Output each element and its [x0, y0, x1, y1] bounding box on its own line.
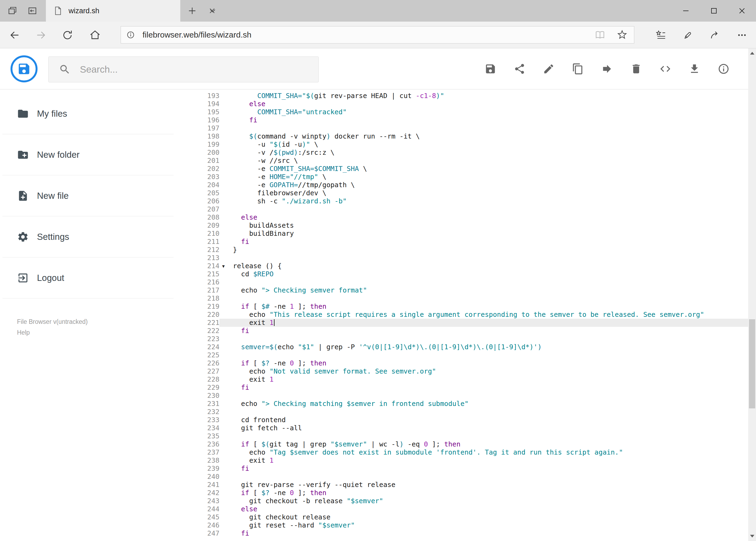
share-icon[interactable]: [514, 63, 526, 75]
forward-icon[interactable]: [35, 29, 47, 41]
code-line-243[interactable]: 243 git checkout -b release "$semver": [173, 497, 748, 505]
sidebar-item-my-files[interactable]: My files: [2, 93, 173, 134]
code-line-230[interactable]: 230: [173, 392, 748, 400]
code-line-236[interactable]: 236 if [ $(git tag | grep "$semver" | wc…: [173, 440, 748, 448]
save-icon[interactable]: [484, 63, 496, 75]
code-line-198[interactable]: 198 $(command -v winpty) docker run --rm…: [173, 132, 748, 141]
info-icon[interactable]: [718, 63, 730, 75]
set-tabs-aside-icon[interactable]: [5, 0, 20, 22]
code-line-202[interactable]: 202 -e COMMIT_SHA=$COMMIT_SHA \: [173, 165, 748, 173]
help-link[interactable]: Help: [17, 329, 88, 336]
raw-code-icon[interactable]: [659, 63, 671, 75]
code-line-200[interactable]: 200 -v /$(pwd):/src:z \: [173, 149, 748, 157]
close-window-button[interactable]: [728, 0, 756, 22]
code-line-240[interactable]: 240: [173, 473, 748, 481]
code-line-228[interactable]: 228 exit 1: [173, 375, 748, 383]
code-line-210[interactable]: 210 buildBinary: [173, 230, 748, 238]
code-line-203[interactable]: 203 -e HOME="//tmp" \: [173, 173, 748, 181]
code-line-235[interactable]: 235: [173, 432, 748, 440]
code-line-239[interactable]: 239 fi: [173, 465, 748, 473]
code-text: git fetch --all: [233, 424, 302, 432]
copy-icon[interactable]: [572, 63, 584, 75]
code-line-233[interactable]: 233 cd frontend: [173, 416, 748, 424]
maximize-button[interactable]: [700, 0, 728, 22]
code-line-215[interactable]: 215 cd $REPO: [173, 270, 748, 278]
code-line-209[interactable]: 209 buildAssets: [173, 222, 748, 230]
web-note-pen-icon[interactable]: [682, 29, 694, 41]
code-line-242[interactable]: 242 if [ $? -ne 0 ]; then: [173, 489, 748, 497]
search-box[interactable]: [48, 56, 319, 82]
code-line-238[interactable]: 238 exit 1: [173, 456, 748, 465]
code-line-218[interactable]: 218: [173, 294, 748, 302]
reading-view-icon[interactable]: [594, 29, 606, 41]
code-line-234[interactable]: 234 git fetch --all: [173, 424, 748, 432]
code-line-231[interactable]: 231 echo "> Checking matching $semver in…: [173, 400, 748, 408]
more-options-icon[interactable]: [736, 29, 748, 41]
minimize-button[interactable]: [672, 0, 700, 22]
code-line-244[interactable]: 244 else: [173, 505, 748, 513]
new-tab-button[interactable]: [182, 0, 202, 22]
code-line-196[interactable]: 196 fi: [173, 116, 748, 124]
scroll-up-icon[interactable]: [748, 48, 756, 58]
home-icon[interactable]: [89, 29, 101, 41]
code-editor[interactable]: 193 COMMIT_SHA="$(git rev-parse HEAD | c…: [173, 89, 748, 541]
code-line-221[interactable]: 221 exit 1: [173, 319, 748, 327]
code-line-227[interactable]: 227 echo "Not valid semver format. See s…: [173, 367, 748, 375]
tab-preview-icon[interactable]: [25, 0, 40, 22]
code-line-229[interactable]: 229 fi: [173, 383, 748, 392]
search-input[interactable]: [80, 64, 319, 75]
browser-tab[interactable]: wizard.sh: [46, 0, 180, 22]
code-line-217[interactable]: 217 echo "> Checking semver format": [173, 286, 748, 294]
refresh-icon[interactable]: [62, 29, 74, 41]
code-line-226[interactable]: 226 if [ $? -ne 0 ]; then: [173, 359, 748, 367]
code-line-195[interactable]: 195 COMMIT_SHA="untracked": [173, 108, 748, 116]
code-line-247[interactable]: 247 fi: [173, 529, 748, 537]
move-arrow-icon[interactable]: [601, 63, 613, 75]
download-icon[interactable]: [688, 63, 700, 75]
code-line-201[interactable]: 201 -w //src \: [173, 157, 748, 165]
code-line-219[interactable]: 219 if [ $# -ne 1 ]; then: [173, 302, 748, 310]
scroll-down-icon[interactable]: [748, 531, 756, 541]
code-line-206[interactable]: 206 sh -c "./wizard.sh -b": [173, 197, 748, 205]
sidebar-item-new-folder[interactable]: New folder: [2, 134, 173, 175]
code-line-241[interactable]: 241 git rev-parse --verify --quiet relea…: [173, 481, 748, 489]
sidebar-item-settings[interactable]: Settings: [2, 216, 173, 258]
code-line-197[interactable]: 197: [173, 124, 748, 132]
scrollbar-thumb[interactable]: [749, 319, 755, 408]
code-line-213[interactable]: 213: [173, 254, 748, 262]
code-line-194[interactable]: 194 else: [173, 100, 748, 108]
code-line-223[interactable]: 223: [173, 335, 748, 343]
code-line-220[interactable]: 220 echo "This release script requires a…: [173, 310, 748, 319]
favorite-star-icon[interactable]: [616, 29, 628, 41]
share-page-icon[interactable]: [709, 29, 721, 41]
rename-pencil-icon[interactable]: [543, 63, 555, 75]
code-line-212[interactable]: 212}: [173, 246, 748, 254]
code-line-224[interactable]: 224 semver=$(echo "$1" | grep -P '^v(0|[…: [173, 343, 748, 351]
code-line-193[interactable]: 193 COMMIT_SHA="$(git rev-parse HEAD | c…: [173, 92, 748, 100]
url-text[interactable]: filebrowser.web/files/wizard.sh: [142, 30, 252, 39]
code-line-205[interactable]: 205 filebrowser/dev \: [173, 189, 748, 197]
sidebar-item-logout[interactable]: Logout: [2, 258, 173, 298]
back-icon[interactable]: [9, 29, 21, 41]
code-line-222[interactable]: 222 fi: [173, 327, 748, 335]
tab-list-chevron-icon[interactable]: [205, 0, 221, 22]
page-scrollbar[interactable]: [748, 48, 756, 541]
code-line-245[interactable]: 245 git checkout release: [173, 513, 748, 521]
code-line-232[interactable]: 232: [173, 408, 748, 416]
code-line-207[interactable]: 207: [173, 205, 748, 214]
code-line-246[interactable]: 246 git reset --hard "$semver": [173, 521, 748, 529]
hub-favorites-icon[interactable]: [655, 29, 667, 41]
site-info-icon[interactable]: [125, 29, 136, 40]
code-line-204[interactable]: 204 -e GOPATH=//tmp/gopath \: [173, 181, 748, 189]
code-line-199[interactable]: 199 -u "$(id -u)" \: [173, 141, 748, 149]
code-line-211[interactable]: 211 fi: [173, 238, 748, 246]
fold-arrow-icon[interactable]: ▾: [219, 262, 233, 270]
address-bar[interactable]: filebrowser.web/files/wizard.sh: [121, 26, 634, 44]
delete-trash-icon[interactable]: [630, 63, 642, 75]
code-line-208[interactable]: 208 else: [173, 214, 748, 222]
code-line-237[interactable]: 237 echo "Tag $semver does not exist in …: [173, 448, 748, 456]
sidebar-item-new-file[interactable]: New file: [2, 175, 173, 216]
code-line-216[interactable]: 216: [173, 278, 748, 286]
code-line-225[interactable]: 225: [173, 351, 748, 359]
code-line-214[interactable]: 214▾release () {: [173, 262, 748, 270]
